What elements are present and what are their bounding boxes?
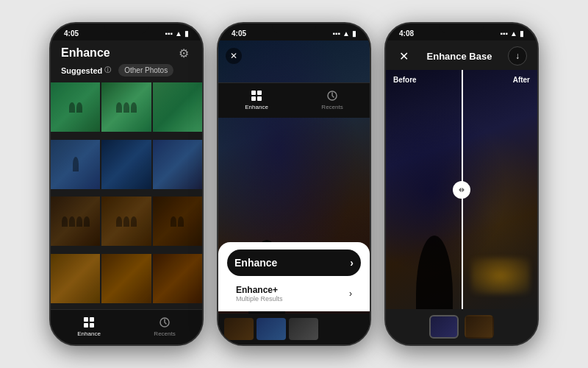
time-3: 4:08 bbox=[399, 29, 414, 38]
photo-cell-9[interactable] bbox=[153, 197, 202, 246]
status-icons-1: ▪▪▪ ▲ ▮ bbox=[165, 29, 189, 38]
handle-icon bbox=[457, 185, 466, 194]
wifi-icon-2: ▲ bbox=[343, 29, 350, 38]
nav-recents-2[interactable]: Recents bbox=[321, 89, 343, 110]
svg-rect-7 bbox=[251, 96, 256, 101]
compare-bottom bbox=[386, 309, 537, 344]
recents-nav-icon-2 bbox=[326, 89, 339, 102]
svg-rect-5 bbox=[251, 91, 256, 95]
svg-rect-3 bbox=[90, 323, 94, 328]
info-icon-1: ⓘ bbox=[104, 66, 111, 75]
svg-rect-1 bbox=[90, 317, 94, 322]
enhance-nav-icon-2 bbox=[250, 89, 263, 102]
modal-close-button[interactable]: ✕ bbox=[226, 48, 242, 64]
photo-cell-2[interactable] bbox=[101, 82, 151, 132]
thumb-compare-1[interactable] bbox=[429, 315, 459, 339]
enhance-plus-button[interactable]: Enhance+ Multiple Results › bbox=[227, 279, 361, 308]
svg-rect-0 bbox=[84, 317, 88, 322]
photo-cell-7[interactable] bbox=[51, 197, 100, 246]
status-icons-2: ▪▪▪ ▲ ▮ bbox=[332, 29, 356, 38]
status-bar-1: 4:05 ▪▪▪ ▲ ▮ bbox=[51, 24, 202, 40]
wifi-icon-3: ▲ bbox=[510, 29, 517, 38]
notch-3 bbox=[440, 24, 484, 34]
status-bar-2: 4:05 ▪▪▪ ▲ ▮ bbox=[218, 24, 370, 40]
bottom-nav-2: Enhance Recents bbox=[218, 82, 370, 118]
photo-grid-1 bbox=[51, 82, 202, 309]
nav-recents-1[interactable]: Recents bbox=[154, 316, 175, 337]
screen-2: Enhance ⚙ Suggested Other Photos ✕ Enhan… bbox=[218, 40, 370, 344]
enhance-plus-label: Enhance+ Multiple Results bbox=[236, 285, 283, 302]
bottom-nav-1: Enhance Recents bbox=[51, 309, 202, 344]
battery-icon-3: ▮ bbox=[520, 29, 524, 38]
photo-cell-6[interactable] bbox=[153, 140, 202, 189]
signal-icon: ▪▪▪ bbox=[165, 29, 173, 38]
phone-2: 4:05 ▪▪▪ ▲ ▮ Enhance ⚙ Suggested Other P… bbox=[217, 22, 371, 346]
thumb-mini-1[interactable] bbox=[224, 318, 254, 340]
tab-other-1[interactable]: Other Photos bbox=[118, 64, 173, 77]
app-title-1: Enhance bbox=[61, 46, 110, 60]
compare-area: Before After bbox=[386, 70, 537, 309]
time-1: 4:05 bbox=[64, 29, 79, 38]
photo-cell-10[interactable] bbox=[51, 254, 100, 303]
enhance-button[interactable]: Enhance › bbox=[227, 250, 361, 276]
photo-cell-3[interactable] bbox=[153, 82, 202, 132]
download-button[interactable]: ↓ bbox=[508, 46, 527, 66]
svg-rect-2 bbox=[84, 323, 88, 328]
enhance-base-title: Enhance Base bbox=[427, 51, 492, 62]
person-silhouette-3 bbox=[416, 236, 453, 309]
app-header-1: Enhance ⚙ bbox=[51, 40, 202, 64]
enhance-sheet: Enhance › Enhance+ Multiple Results › bbox=[218, 242, 370, 311]
time-2: 4:05 bbox=[232, 29, 246, 38]
wifi-icon: ▲ bbox=[175, 29, 182, 38]
battery-icon: ▮ bbox=[184, 29, 189, 38]
screen-1: Enhance ⚙ Suggested ⓘ Other Photos bbox=[51, 40, 202, 344]
thumb-compare-2[interactable] bbox=[465, 315, 494, 339]
gear-icon-1[interactable]: ⚙ bbox=[179, 46, 192, 60]
close-button-3[interactable]: ✕ bbox=[396, 49, 411, 63]
tab-row-1: Suggested ⓘ Other Photos bbox=[51, 64, 202, 82]
notch-1 bbox=[104, 24, 148, 34]
screen-3: ✕ Enhance Base ↓ Before After bbox=[386, 40, 537, 344]
enhance-nav-icon bbox=[82, 316, 96, 329]
status-icons-3: ▪▪▪ ▲ ▮ bbox=[500, 29, 524, 38]
thumb-mini-3[interactable] bbox=[289, 318, 318, 340]
nav-enhance-1[interactable]: Enhance bbox=[77, 316, 101, 337]
svg-rect-6 bbox=[257, 91, 262, 95]
after-label: After bbox=[513, 76, 530, 84]
photo-cell-4[interactable] bbox=[51, 140, 100, 189]
photo-cell-8[interactable] bbox=[101, 197, 151, 246]
enhance-base-header: ✕ Enhance Base ↓ bbox=[386, 40, 537, 70]
recents-nav-icon bbox=[158, 316, 171, 329]
phone-1: 4:05 ▪▪▪ ▲ ▮ Enhance ⚙ Suggested ⓘ Other… bbox=[49, 22, 204, 346]
compare-handle[interactable] bbox=[453, 181, 470, 199]
thumb-mini-2[interactable] bbox=[257, 318, 286, 340]
city-lights-3 bbox=[471, 258, 530, 294]
signal-icon-2: ▪▪▪ bbox=[332, 29, 340, 38]
signal-icon-3: ▪▪▪ bbox=[500, 29, 508, 38]
photo-cell-11[interactable] bbox=[101, 254, 151, 303]
battery-icon-2: ▮ bbox=[352, 29, 356, 38]
before-label: Before bbox=[393, 76, 417, 84]
notch-2 bbox=[272, 24, 316, 34]
photo-cell-5[interactable] bbox=[101, 140, 151, 189]
nav-enhance-2[interactable]: Enhance bbox=[245, 89, 268, 110]
photo-cell-12[interactable] bbox=[153, 254, 202, 303]
svg-rect-8 bbox=[257, 96, 262, 101]
modal-bottom-strip bbox=[218, 314, 370, 344]
tab-suggested-1[interactable]: Suggested ⓘ bbox=[61, 64, 111, 77]
status-bar-3: 4:08 ▪▪▪ ▲ ▮ bbox=[386, 24, 537, 40]
phone-3: 4:08 ▪▪▪ ▲ ▮ ✕ Enhance Base ↓ Before Aft… bbox=[384, 22, 539, 346]
photo-cell-1[interactable] bbox=[51, 82, 100, 132]
